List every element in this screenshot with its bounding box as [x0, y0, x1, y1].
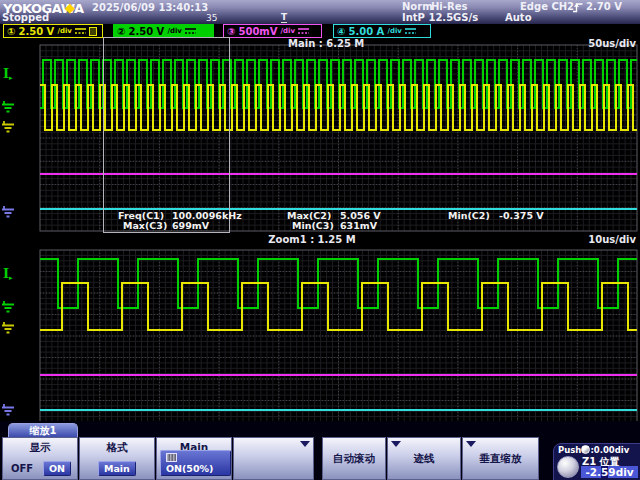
meas-max-c3-value: 699mV: [172, 220, 209, 231]
ch2-unit: /div: [167, 27, 182, 35]
menu-main-cell: Main ON(50%): [156, 437, 232, 480]
acquisition-mode: Norm: [402, 1, 433, 12]
ch4-ground-marker-zoom: [1, 404, 15, 417]
main-window-title: Main : 6.25 M: [288, 38, 364, 49]
z1-position-knob-panel: Push:0.00div Z1 位置 -2.59div: [553, 443, 640, 480]
trigger-mode: Auto: [505, 12, 532, 23]
ch1-number: ①: [7, 26, 15, 37]
zoom-window-title: Zoom1 : 1.25 M: [246, 234, 378, 245]
run-status[interactable]: Stopped: [2, 12, 49, 23]
ch1-unit: /div: [57, 27, 72, 35]
dc-coupling-icon: [405, 27, 416, 35]
rising-edge-icon: [572, 2, 584, 13]
current-marker-main: I▸: [3, 67, 13, 85]
ch2-ground-marker-zoom: [1, 301, 15, 314]
ch4-scale: 5.00 A: [348, 26, 384, 37]
meas-max-c3-label: Max(C3): [123, 220, 167, 231]
ch3-scale: 500mV: [238, 26, 277, 37]
chevron-down-icon: [391, 441, 401, 447]
ch4-ground-marker-main: [1, 206, 15, 219]
display-on-button[interactable]: ON: [43, 461, 71, 476]
format-main-button[interactable]: Main: [98, 461, 136, 476]
menu-trace-cell[interactable]: 迹线: [387, 437, 461, 480]
meas-min-c3-value: 631mV: [340, 220, 377, 231]
trigger-position-icon: T: [281, 12, 287, 23]
ch2-scale: 2.50 V: [128, 26, 164, 37]
datetime: 2025/06/09 13:40:13: [92, 2, 208, 13]
ch3-unit: /div: [281, 27, 296, 35]
main-on50-button[interactable]: ON(50%): [160, 450, 231, 476]
zoom-timebase: 10us/div: [572, 234, 636, 245]
rotary-knob[interactable]: [557, 456, 579, 478]
main-timebase: 50us/div: [570, 38, 636, 49]
auto-scroll-label: 自动滚动: [323, 452, 385, 466]
knob-push-hint: Push:0.00div: [558, 445, 629, 455]
menu-display-cell: 显示 OFF ON: [2, 437, 78, 480]
menu-auto-scroll-cell[interactable]: 自动滚动: [322, 437, 386, 480]
z1-position-value[interactable]: -2.59div: [581, 466, 638, 478]
menu-format-cell: 格式 Main: [79, 437, 155, 480]
sampling-rate: IntP 12.5GS/s: [402, 12, 478, 23]
chevron-down-icon: [466, 441, 476, 447]
channel-2-badge[interactable]: ② 2.50 V /div: [113, 24, 214, 38]
ch4-number: ④: [337, 26, 345, 37]
ch2-ground-marker-main: [1, 101, 15, 114]
top-status-bar: YOKOGAWA ◆ 2025/06/09 13:40:13 Stopped 3…: [0, 0, 640, 24]
probe-indicator-icon: [89, 27, 97, 36]
dc-coupling-icon: [185, 27, 196, 35]
trigger-source: Edge CH2: [520, 1, 574, 12]
zoom-region-box[interactable]: [103, 37, 230, 233]
menu-vertical-zoom-cell[interactable]: 垂直缩放: [462, 437, 539, 480]
chevron-down-icon: [300, 441, 310, 447]
meas-min-c2-value: -0.375 V: [499, 210, 544, 221]
screen-split-icon: [166, 453, 177, 462]
ch1-ground-marker-main: [1, 121, 15, 134]
ch4-unit: /div: [387, 27, 402, 35]
trace-label: 迹线: [388, 452, 460, 466]
current-marker-zoom: I▸: [3, 267, 13, 285]
menu-extra-cell[interactable]: [233, 437, 314, 480]
ch2-number: ②: [117, 26, 125, 37]
channel-4-badge[interactable]: ④ 5.00 A /div: [333, 24, 431, 38]
tab-zoom1[interactable]: 缩放1: [8, 423, 78, 438]
vertical-zoom-label: 垂直缩放: [463, 452, 538, 466]
trigger-level: 2.70 V: [586, 1, 622, 12]
meas-min-c2-label: Min(C2): [448, 210, 490, 221]
brand-diamond-icon: ◆: [65, 0, 75, 15]
ch3-number: ③: [227, 26, 235, 37]
oscilloscope-screen: YOKOGAWA ◆ 2025/06/09 13:40:13 Stopped 3…: [0, 0, 640, 480]
channel-1-badge[interactable]: ① 2.50 V /div: [3, 24, 103, 38]
ch1-scale: 2.50 V: [18, 26, 54, 37]
format-label: 格式: [80, 441, 154, 455]
channel-3-badge[interactable]: ③ 500mV /div: [223, 24, 322, 38]
meas-min-c3-label: Min(C3): [292, 220, 334, 231]
acquisition-resolution: Hi-Res: [431, 1, 467, 12]
display-off-option[interactable]: OFF: [11, 463, 33, 474]
dc-coupling-icon: [298, 27, 309, 35]
display-label: 显示: [3, 441, 77, 455]
ch1-ground-marker-zoom: [1, 322, 15, 335]
channel-badge-row: ① 2.50 V /div ② 2.50 V /div ③ 500mV /div: [0, 24, 640, 38]
dc-coupling-icon: [75, 27, 86, 35]
acquisition-count: 35: [206, 13, 217, 23]
